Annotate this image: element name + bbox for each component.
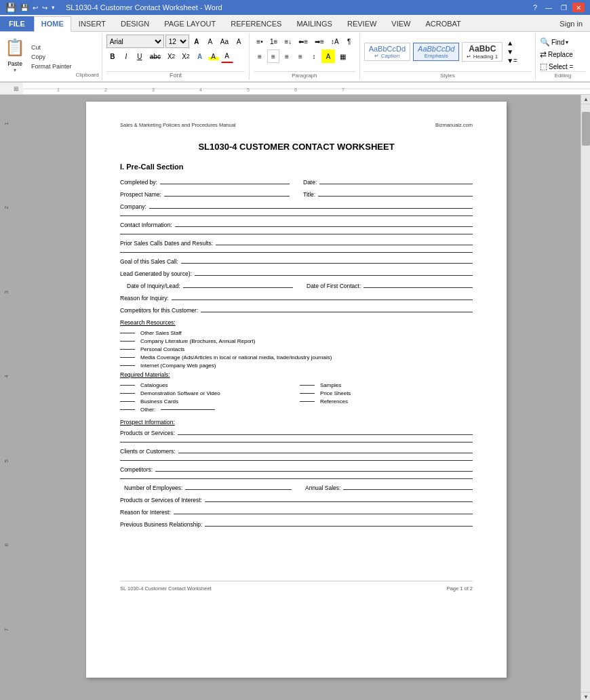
align-center-button[interactable]: ≡: [267, 49, 279, 63]
section-required-materials: Required Materials: Catalogues Demonstra…: [120, 371, 473, 415]
customize-access[interactable]: ▾: [52, 4, 55, 11]
field-date-inquiry: Date of Inquiry/Lead:: [127, 283, 293, 289]
label-prospect-name: Prospect Name:: [120, 191, 161, 198]
text-effects-button[interactable]: A: [194, 49, 206, 63]
tab-insert[interactable]: INSERT: [71, 16, 113, 31]
strikethrough-button[interactable]: abc: [147, 49, 163, 63]
style-emphasis[interactable]: AaBbCcDd Emphasis: [413, 43, 459, 61]
label-num-employees: Number of Employees:: [124, 485, 182, 491]
paste-button[interactable]: 📋 Paste ▾: [3, 35, 27, 79]
align-right-button[interactable]: ≡: [281, 49, 293, 63]
shrink-font-button[interactable]: A: [204, 35, 216, 48]
clear-format-button[interactable]: A: [233, 35, 245, 48]
style-heading1[interactable]: AaBbC ↵ Heading 1: [462, 42, 503, 62]
sign-in-button[interactable]: Sign in: [552, 16, 590, 31]
ruler-toggle[interactable]: ⊞: [14, 85, 23, 92]
tab-references[interactable]: REFERENCES: [223, 16, 289, 31]
tab-design[interactable]: DESIGN: [113, 16, 157, 31]
rm-item-4: Other:: [120, 407, 293, 413]
format-painter-button[interactable]: Format Painter: [30, 62, 73, 70]
doc-page-footer: SL 1030-4 Customer Contact Worksheet Pag…: [120, 581, 473, 592]
font-group: Arial 12 A A Aa A B I U abc X2 X2 A A A …: [102, 33, 250, 80]
copy-button[interactable]: Copy: [30, 53, 73, 61]
ruler-marks: 1 2 3 4 5 6 7: [23, 83, 590, 94]
increase-indent-button[interactable]: ➡≡: [312, 35, 327, 48]
find-icon: 🔍: [540, 37, 550, 47]
extra-line-products: [120, 442, 473, 442]
rm-item-7: References: [300, 398, 473, 405]
show-marks-button[interactable]: ¶: [343, 35, 355, 48]
scroll-track[interactable]: [581, 104, 590, 692]
label-rm-2: Demonstration Software or Video: [140, 390, 220, 396]
paragraph-group: ≡• 1≡ ≡↓ ⬅≡ ➡≡ ↕A ¶ ≡ ≡ ≡ ≡ ↕ A ▦ Paragr…: [250, 33, 360, 80]
line-company: [149, 208, 473, 209]
label-goal: Goal of this Sales Call:: [120, 258, 178, 265]
line-spacing-button[interactable]: ↕: [308, 49, 320, 63]
borders-button[interactable]: ▦: [336, 49, 349, 63]
styles-scroll[interactable]: ▲ ▼ ▼=: [505, 39, 517, 64]
extra-line-prior: [120, 252, 473, 253]
font-color-button[interactable]: A: [221, 49, 233, 63]
style-caption[interactable]: AaBbCcDd ↵ Caption: [364, 43, 410, 61]
italic-button[interactable]: I: [120, 49, 132, 63]
styles-group: AaBbCcDd ↵ Caption AaBbCcDd Emphasis AaB…: [360, 33, 536, 80]
select-button[interactable]: ⬚ Select =: [540, 62, 586, 71]
line-date-first-contact: [363, 287, 473, 288]
tab-acrobat[interactable]: ACROBAT: [418, 16, 468, 31]
minimize-button[interactable]: —: [543, 3, 555, 12]
quick-access-undo[interactable]: ↩: [33, 4, 38, 12]
row-completed-date: Completed by: Date:: [120, 179, 473, 186]
field-company: Company:: [120, 203, 473, 210]
vertical-scrollbar[interactable]: ▲ ▼: [581, 95, 590, 700]
section-research-resources: Research Resources: Other Sales Staff Co…: [120, 319, 473, 369]
align-left-button[interactable]: ≡: [254, 49, 266, 63]
scroll-thumb[interactable]: [582, 112, 590, 146]
underline-button[interactable]: U: [134, 49, 146, 63]
multilevel-list-button[interactable]: ≡↓: [281, 35, 294, 48]
tab-view[interactable]: VIEW: [384, 16, 418, 31]
bold-button[interactable]: B: [106, 49, 119, 63]
superscript-button[interactable]: X2: [179, 49, 192, 63]
scroll-up-button[interactable]: ▲: [581, 95, 590, 104]
font-size-select[interactable]: 12: [165, 35, 189, 48]
check-rm-4: [120, 409, 135, 410]
check-rr-5: [120, 365, 135, 366]
sort-button[interactable]: ↕A: [328, 35, 342, 48]
tab-home[interactable]: HOME: [34, 16, 71, 32]
numbering-button[interactable]: 1≡: [267, 35, 280, 48]
tab-review[interactable]: REVIEW: [340, 16, 384, 31]
close-button[interactable]: ✕: [572, 3, 585, 12]
rm-item-2: Demonstration Software or Video: [120, 390, 293, 396]
quick-access-save[interactable]: 💾: [20, 4, 28, 12]
bullets-button[interactable]: ≡•: [254, 35, 266, 48]
scroll-down-button[interactable]: ▼: [581, 692, 590, 700]
change-case-button[interactable]: Aa: [218, 35, 231, 48]
label-date-inquiry: Date of Inquiry/Lead:: [127, 283, 180, 289]
subscript-button[interactable]: X2: [165, 49, 178, 63]
tab-file[interactable]: FILE: [0, 16, 34, 31]
line-contact-info: [175, 226, 473, 227]
page-num-7: 7: [3, 628, 9, 631]
label-rm-7: References: [320, 398, 348, 405]
shading-button[interactable]: A: [321, 49, 335, 63]
justify-button[interactable]: ≡: [294, 49, 307, 63]
document-scroll-area[interactable]: Sales & Marketing Policies and Procedure…: [12, 95, 581, 700]
tab-mailings[interactable]: MAILINGS: [289, 16, 340, 31]
label-completed-by: Completed by:: [120, 179, 157, 186]
quick-access-redo[interactable]: ↪: [42, 4, 47, 12]
replace-button[interactable]: ⇄ Replace: [540, 49, 586, 59]
decrease-indent-button[interactable]: ⬅≡: [296, 35, 311, 48]
grow-font-button[interactable]: A: [191, 35, 203, 48]
section-prospect-info: Prospect Information: Products or Servic…: [120, 419, 473, 528]
check-rr-3: [120, 349, 135, 350]
find-button[interactable]: 🔍 Find ▾: [540, 37, 586, 47]
font-name-select[interactable]: Arial: [106, 35, 164, 48]
help-button[interactable]: ?: [530, 3, 540, 12]
svg-text:3: 3: [152, 87, 155, 92]
tab-page-layout[interactable]: PAGE LAYOUT: [157, 16, 223, 31]
section1-heading: I. Pre-Call Section: [120, 163, 473, 171]
label-reason-inquiry: Reason for Inquiry:: [120, 295, 169, 302]
maximize-button[interactable]: ❐: [557, 3, 570, 12]
text-highlight-button[interactable]: A: [208, 49, 220, 63]
cut-button[interactable]: Cut: [30, 43, 73, 52]
